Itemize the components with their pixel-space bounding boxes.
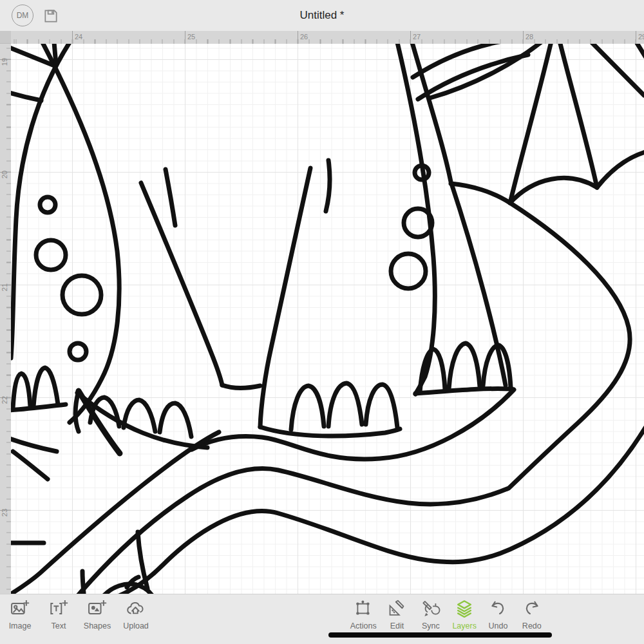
shapes-button-label: Shapes <box>84 622 111 631</box>
edit-button-label: Edit <box>390 622 404 631</box>
image-button[interactable]: Image <box>3 598 37 631</box>
h-ruler-label: 29 <box>638 33 644 41</box>
redo-button[interactable]: Redo <box>515 598 549 631</box>
v-ruler-label: 20 <box>1 167 8 182</box>
h-ruler-label: 26 <box>300 33 308 41</box>
h-ruler-label: 27 <box>413 33 421 41</box>
redo-arrow-icon <box>522 598 542 621</box>
actions-button[interactable]: Actions <box>346 598 380 631</box>
document-title: Untitled * <box>0 0 644 31</box>
v-ruler-label: 22 <box>1 393 8 407</box>
undo-button[interactable]: Undo <box>481 598 515 631</box>
design-canvas[interactable] <box>11 44 644 594</box>
layers-button[interactable]: Layers <box>448 598 481 631</box>
shapes-button[interactable]: Shapes <box>80 598 115 631</box>
top-bar: DM Untitled * <box>0 0 644 31</box>
layers-icon <box>454 598 475 621</box>
upload-button[interactable]: Upload <box>118 598 153 631</box>
undo-button-label: Undo <box>489 622 508 631</box>
undo-arrow-icon <box>488 598 508 621</box>
edit-button[interactable]: Edit <box>380 598 413 631</box>
shapes-plus-icon <box>87 598 108 621</box>
home-indicator[interactable] <box>328 632 552 638</box>
sync-button-label: Sync <box>422 622 440 631</box>
canvas-art <box>11 44 644 594</box>
horizontal-ruler-ticks <box>11 39 644 44</box>
sync-button[interactable]: Sync <box>414 598 448 631</box>
h-ruler-label: 25 <box>187 33 195 41</box>
v-ruler-label: 23 <box>1 506 8 520</box>
redo-button-label: Redo <box>522 622 542 631</box>
upload-button-label: Upload <box>123 622 149 631</box>
text-plus-icon <box>48 598 69 621</box>
brush-sync-icon <box>421 598 441 621</box>
v-ruler-label: 19 <box>1 55 8 69</box>
insert-tools-group: Image Text Shape <box>3 598 153 631</box>
text-button[interactable]: Text <box>41 598 76 631</box>
layers-button-label: Layers <box>452 622 477 631</box>
edit-tools-group: Actions Edit <box>346 598 549 631</box>
h-ruler-label: 24 <box>75 33 82 41</box>
cloud-upload-icon <box>126 598 146 621</box>
image-plus-icon <box>10 598 30 621</box>
image-button-label: Image <box>9 622 32 631</box>
h-ruler-label: 28 <box>526 33 533 41</box>
ruler-corner <box>0 31 11 44</box>
text-button-label: Text <box>52 622 66 631</box>
actions-button-label: Actions <box>350 622 377 631</box>
ruler-pencil-icon <box>386 598 407 621</box>
vertical-ruler: 1920212223 <box>0 44 11 594</box>
horizontal-ruler: 242526272829 <box>11 31 644 44</box>
bounding-box-icon <box>353 598 374 621</box>
v-ruler-label: 21 <box>1 280 8 294</box>
